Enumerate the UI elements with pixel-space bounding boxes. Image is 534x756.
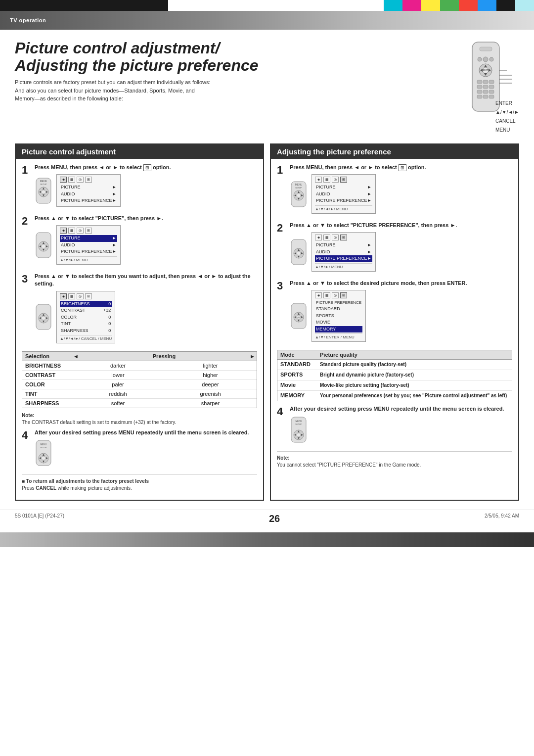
menu-icon-3-4: ⊞ bbox=[85, 293, 92, 299]
menu-icon-4: ⊞ bbox=[85, 177, 92, 183]
sel-color-right: deeper bbox=[164, 380, 257, 389]
right-step-3-mockup: ENT ◈ ▦ ◎ ⊞ bbox=[290, 290, 512, 342]
note-label: Note: bbox=[22, 413, 35, 418]
menu-icon-2-1: ◈ bbox=[60, 228, 67, 234]
svg-rect-17 bbox=[489, 85, 494, 89]
mode-row-memory: MEMORY Your personal preferences (set by… bbox=[277, 391, 512, 401]
cancel-label: CANCEL bbox=[495, 117, 519, 126]
right-m2-icon-3: ◎ bbox=[332, 235, 339, 240]
svg-rect-13 bbox=[483, 80, 488, 84]
mode-memory-desc: Your personal preferences (set by you; s… bbox=[317, 391, 512, 401]
right-note: Note: You cannot select "PICTURE PREFERE… bbox=[277, 451, 512, 469]
svg-rect-14 bbox=[489, 80, 494, 84]
nav-label: ▲/▼/◄/► bbox=[495, 108, 519, 117]
menu-brightness: BRIGHTNESS0 bbox=[60, 301, 112, 308]
right-m3-icon-4: ⊞ bbox=[340, 292, 347, 298]
right-menu-icon-3: ◎ bbox=[332, 177, 339, 183]
right-step-1-number: 1 bbox=[277, 165, 286, 176]
sel-brightness-label: BRIGHTNESS bbox=[22, 361, 72, 370]
color-blocks bbox=[384, 0, 534, 11]
menu-item-pref-2: PICTURE PREFERENCE► bbox=[60, 248, 117, 255]
title-section: Picture control adjustment/ Adjusting th… bbox=[15, 40, 519, 135]
right-step-3: 3 Press ▲ or ▼ to select the desired pic… bbox=[277, 280, 512, 344]
color-block-green bbox=[440, 0, 459, 11]
right-menu-icon-1: ◈ bbox=[315, 177, 322, 183]
color-block-cyan bbox=[384, 0, 402, 11]
right-m3-icon-2: ▦ bbox=[323, 292, 330, 298]
right-menu-screen-1: ◈ ▦ ◎ ⊞ PICTURE► AUDIO► PICTURE PREFEREN… bbox=[312, 174, 376, 214]
right-menu-icon-2: ▦ bbox=[323, 177, 330, 183]
mode-row-standard: STANDARD Standard picture quality (facto… bbox=[277, 360, 512, 370]
mode-movie-label: Movie bbox=[277, 380, 317, 389]
right-nav-3: ▲/▼/ ENTER / MENU bbox=[315, 333, 362, 339]
svg-point-32 bbox=[42, 190, 45, 194]
right-m3-icon-1: ◈ bbox=[315, 292, 322, 298]
sel-brightness-left: darker bbox=[72, 361, 164, 370]
menu-sharpness: SHARPNESS0 bbox=[60, 328, 112, 334]
menu-icon-1: ◈ bbox=[60, 177, 67, 183]
header-bar: TV operation bbox=[0, 11, 534, 30]
left-step-2-text: Press ▲ or ▼ to select "PICTURE", then p… bbox=[35, 215, 257, 222]
left-step-4-number: 4 bbox=[22, 430, 31, 441]
right-m3-icon-3: ◎ bbox=[332, 292, 339, 298]
sel-sharpness-left: softer bbox=[72, 399, 164, 408]
right-menu-icons-3: ◈ ▦ ◎ ⊞ bbox=[315, 292, 362, 298]
page-title: Picture control adjustment/ Adjusting th… bbox=[15, 40, 259, 74]
right-menu-icon-4: ⊞ bbox=[340, 177, 347, 183]
svg-rect-16 bbox=[483, 85, 488, 89]
left-step-2-mockup: ◈ ▦ ◎ ⊞ PICTURE► AUDIO► PICTURE PREFEREN… bbox=[35, 225, 257, 265]
right-nav-1: ▲/▼/◄/►/ MENU bbox=[315, 205, 372, 211]
color-block-magenta bbox=[402, 0, 421, 11]
sel-col1-header: Selection bbox=[22, 352, 72, 361]
menu-item-audio-1: AUDIO► bbox=[60, 191, 117, 198]
svg-text:ENT: ENT bbox=[297, 316, 301, 319]
right-column-header: Adjusting the picture preference bbox=[271, 144, 518, 159]
right-step-3-number: 3 bbox=[277, 281, 286, 291]
right-mode-standard: STANDARD bbox=[315, 306, 362, 313]
right-step-4-content: After your desired setting press MENU re… bbox=[290, 405, 512, 445]
menu-icon-3-2: ▦ bbox=[68, 293, 75, 299]
svg-point-46 bbox=[42, 316, 45, 320]
right-menu-screen-3: ◈ ▦ ◎ ⊞ PICTURE PREFERENCE STANDARD SPOR… bbox=[312, 290, 366, 342]
svg-rect-15 bbox=[477, 85, 482, 89]
svg-rect-12 bbox=[477, 80, 482, 84]
sel-tint-right: greenish bbox=[164, 389, 257, 398]
return-note: ■ To return all adjustments to the facto… bbox=[22, 478, 149, 491]
remote-illustration: ENT ENTER bbox=[420, 40, 519, 135]
left-note: Note: The CONTRAST default setting is se… bbox=[22, 412, 257, 426]
right-pref-header: PICTURE PREFERENCE bbox=[315, 300, 362, 306]
left-step-4-mockup: MENU SETUP bbox=[35, 439, 257, 467]
sel-row-brightness: BRIGHTNESS darker lighter bbox=[22, 361, 257, 371]
right-step-4: 4 After your desired setting press MENU … bbox=[277, 405, 512, 445]
remote-labels: ENTER ▲/▼/◄/► CANCEL MENU bbox=[495, 99, 519, 135]
right-nav-2: ▲/▼/►/ MENU bbox=[315, 263, 372, 269]
right-column-body: 1 Press MENU, then press ◄ or ► to selec… bbox=[271, 159, 518, 476]
mode-table-header: Mode Picture quality bbox=[277, 350, 512, 360]
note-text: The CONTRAST default setting is set to m… bbox=[22, 420, 176, 425]
right-step-4-mockup: MENU SETUP bbox=[290, 416, 512, 443]
left-column: Picture control adjustment 1 Press MENU,… bbox=[15, 143, 264, 501]
menu-item-picture-1: PICTURE► bbox=[60, 184, 117, 191]
svg-text:MENU: MENU bbox=[40, 180, 47, 183]
right-menu-icons-1: ◈ ▦ ◎ ⊞ bbox=[315, 177, 372, 183]
svg-text:MENU: MENU bbox=[40, 443, 46, 446]
mode-row-sports: SPORTS Bright and dynamic picture (facto… bbox=[277, 370, 512, 380]
mode-col1-header: Mode bbox=[277, 350, 317, 359]
main-content: Picture control adjustment/ Adjusting th… bbox=[0, 30, 534, 506]
sel-row-tint: TINT reddish greenish bbox=[22, 389, 257, 399]
page-description: Picture controls are factory preset but … bbox=[15, 78, 252, 103]
bottom-gradient-bar bbox=[0, 532, 534, 547]
mode-row-movie: Movie Movie-like picture setting (factor… bbox=[277, 380, 512, 391]
left-step-1-mockup: MENU SETUP bbox=[35, 174, 257, 207]
right-menu-picture-2: PICTURE► bbox=[315, 242, 372, 249]
mode-col2-header: Picture quality bbox=[317, 350, 512, 359]
sel-pressing-header: Pressing bbox=[80, 352, 248, 361]
mode-standard-desc: Standard picture quality (factory-set) bbox=[317, 360, 512, 370]
right-step-4-text: After your desired setting press MENU re… bbox=[290, 405, 512, 413]
mode-sports-desc: Bright and dynamic picture (factory-set) bbox=[317, 370, 512, 380]
right-step-1-content: Press MENU, then press ◄ or ► to select … bbox=[290, 164, 512, 216]
sel-sharpness-right: sharper bbox=[164, 399, 257, 408]
svg-text:SETUP: SETUP bbox=[40, 446, 47, 449]
right-note-text: You cannot select "PICTURE PREFERENCE" i… bbox=[277, 462, 421, 468]
left-step-4: 4 After your desired setting press MENU … bbox=[22, 429, 257, 469]
